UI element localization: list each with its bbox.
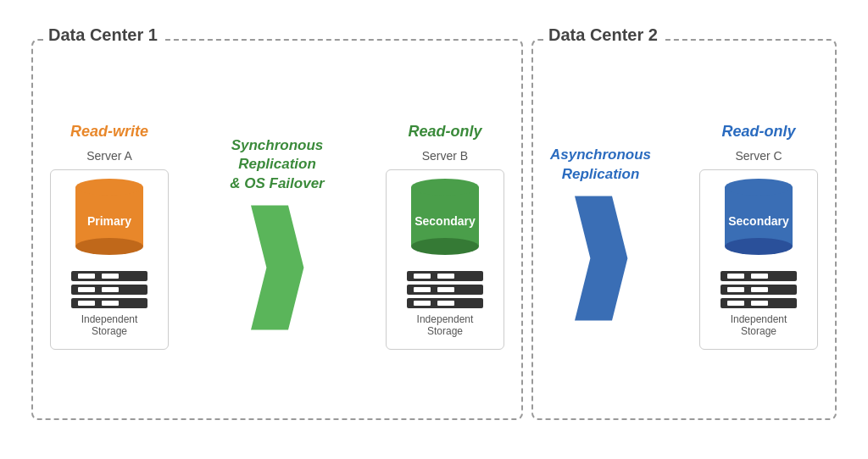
server-c-db-top [725, 179, 793, 196]
datacenter-2-box: Data Center 2 Asynchronous Replication R… [531, 39, 837, 420]
server-b-name: Server B [422, 149, 468, 163]
server-a-db-top [75, 179, 143, 196]
server-c-section: Read-only Server C Secondary [699, 123, 818, 350]
server-a-section: Read-write Server A Primary [50, 123, 169, 350]
server-c-role-label: Read-only [721, 123, 795, 141]
dc2-inner: Asynchronous Replication Read-only Serve… [550, 53, 818, 401]
storage-bar-b-1 [407, 271, 483, 281]
storage-bar-b-3 [407, 298, 483, 308]
blue-chevron-container [567, 191, 635, 326]
server-c-storage-label: IndependentStorage [731, 313, 787, 337]
server-c-name: Server C [735, 149, 782, 163]
async-replication-label: Asynchronous Replication [550, 146, 651, 183]
server-b-card: Secondary IndependentStorage [386, 169, 504, 350]
server-c-card: Secondary IndependentStorage [699, 169, 818, 350]
dc2-label: Data Center 2 [543, 25, 663, 45]
server-a-db: Primary [75, 179, 143, 255]
server-a-card: Primary IndependentStorage [50, 169, 169, 350]
server-c-db-label: Secondary [728, 213, 789, 227]
server-b-db-bottom [411, 238, 479, 255]
server-a-storage: IndependentStorage [71, 267, 147, 337]
server-b-section: Read-only Server B Secondary [386, 123, 504, 350]
storage-bar-c-1 [721, 271, 797, 281]
storage-bar-b-2 [407, 285, 483, 295]
storage-bar-1 [71, 271, 147, 281]
server-a-role-label: Read-write [70, 123, 148, 141]
server-b-db-top [411, 179, 479, 196]
server-a-db-label: Primary [87, 213, 131, 227]
server-c-storage: IndependentStorage [721, 267, 797, 337]
green-chevron-container [243, 200, 311, 335]
sync-replication-label: Synchronous Replication & OS Failover [230, 136, 324, 192]
datacenter-1-box: Data Center 1 Read-write Server A Primar… [31, 39, 523, 420]
dc1-inner: Read-write Server A Primary [50, 53, 504, 401]
server-b-storage-stack [407, 271, 483, 308]
server-c-db: Secondary [725, 179, 793, 255]
server-a-storage-label: IndependentStorage [81, 313, 138, 337]
server-b-storage-label: IndependentStorage [417, 313, 474, 337]
sync-replication-block: Synchronous Replication & OS Failover [230, 136, 324, 335]
svg-marker-1 [573, 195, 629, 322]
server-b-storage: IndependentStorage [407, 267, 483, 337]
async-replication-block: Asynchronous Replication [550, 146, 651, 325]
storage-bar-2 [71, 285, 147, 295]
server-a-name: Server A [86, 149, 132, 163]
storage-bar-c-2 [721, 285, 797, 295]
server-c-db-bottom [725, 238, 793, 255]
storage-bar-3 [71, 298, 147, 308]
server-b-role-label: Read-only [408, 123, 481, 141]
server-c-storage-stack [721, 271, 797, 308]
green-chevron-icon [248, 204, 307, 331]
server-a-storage-stack [71, 271, 147, 308]
blue-chevron-icon [571, 195, 631, 322]
server-a-db-bottom [75, 238, 143, 255]
server-b-db-label: Secondary [415, 213, 476, 227]
storage-bar-c-3 [721, 298, 797, 308]
svg-marker-0 [249, 204, 305, 331]
server-b-db: Secondary [411, 179, 479, 255]
dc1-label: Data Center 1 [43, 25, 163, 45]
diagram-container: Data Center 1 Read-write Server A Primar… [0, 0, 868, 459]
